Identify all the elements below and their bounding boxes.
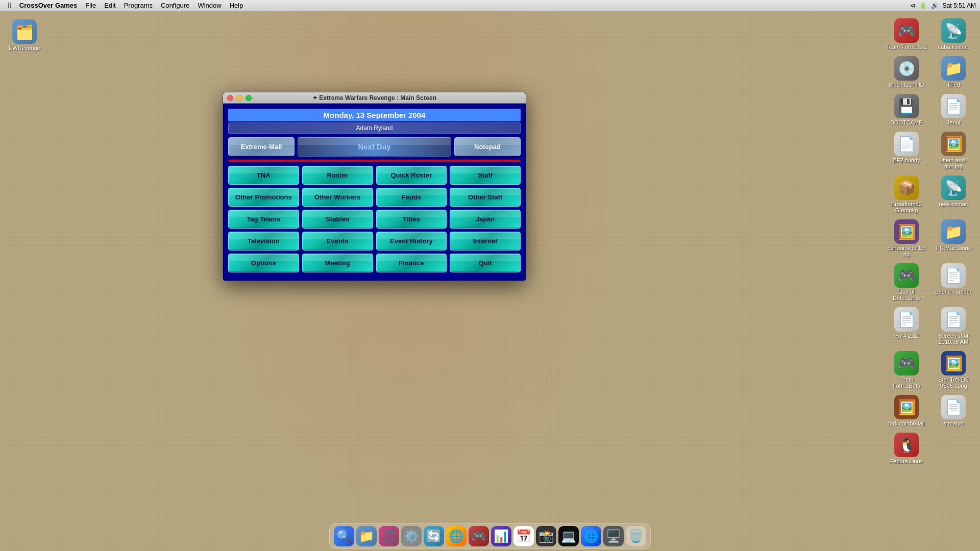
desktop-icon-0[interactable]: 🎮 Team Fortress 2 xyxy=(886,18,927,50)
titles-button[interactable]: Titles xyxy=(376,210,447,229)
window-title-icon: ✦ xyxy=(312,94,319,102)
red-separator xyxy=(228,160,521,162)
desktop-icon-5[interactable]: 📄 Jenni xyxy=(933,94,974,126)
notepad-button[interactable]: Notepad xyxy=(454,137,521,156)
desktop-icon-17[interactable]: 🖼️ Star TrekDS 9S06...png xyxy=(933,351,974,389)
window-content: Monday, 13 September 2004 Adam Ryland Ex… xyxy=(223,104,526,281)
desktop-icon-14[interactable]: 📄 ewr4 2.12 xyxy=(886,307,927,345)
menu-edit[interactable]: Edit xyxy=(100,0,119,11)
dock-settings[interactable]: ⚙️ xyxy=(401,526,422,546)
dock-game[interactable]: 🎮 xyxy=(469,526,489,546)
desktop-icon-20[interactable]: 🐧 Fedora Linux xyxy=(886,433,927,464)
menubar-time: Sat 5:51 AM xyxy=(943,2,976,9)
user-header: Adam Ryland xyxy=(228,122,521,134)
desktop-icon-16[interactable]: 🎮 Team Fortr...Beta xyxy=(886,351,927,389)
window-title: ✦ Extreme Warfare Revenge : Main Screen xyxy=(312,94,436,102)
desktop-icon-ewrevenge[interactable]: 🗂️ EWRevenge xyxy=(4,19,45,51)
dock-monitor[interactable]: 🖥️ xyxy=(603,526,624,546)
menu-window[interactable]: Window xyxy=(193,0,225,11)
desktop-icon-13[interactable]: 📄 phone number xyxy=(933,263,974,301)
tna-button[interactable]: TNA xyxy=(228,166,299,185)
options-button[interactable]: Options xyxy=(228,254,299,272)
desktop-icon-ewrevenge-label: EWRevenge xyxy=(9,45,40,51)
desktop-icon-15[interactable]: 📄 Screen shot 2010...8 AM xyxy=(933,307,974,345)
events-button[interactable]: Events xyxy=(302,232,373,251)
button-grid-row2: Other Promotions Other Workers Feuds Oth… xyxy=(228,188,521,207)
date-header: Monday, 13 September 2004 xyxy=(228,109,521,121)
desktop-icon-7[interactable]: 🖼️ kitten-and-gun.jpg xyxy=(933,132,974,169)
desktop-icon-3[interactable]: 📁 TFed xyxy=(933,56,974,88)
dock-browser[interactable]: 🌐 xyxy=(581,526,601,546)
menubar-battery: 🔋 xyxy=(919,2,927,9)
menu-programs[interactable]: Programs xyxy=(120,0,157,11)
extreme-mail-button[interactable]: Extreme-Mail xyxy=(228,137,295,156)
menu-file[interactable]: File xyxy=(81,0,100,11)
meeting-button[interactable]: Meeting xyxy=(302,254,373,272)
window-minimize-button[interactable] xyxy=(236,95,242,101)
button-grid-row3: Tag Teams Stables Titles Japan xyxy=(228,210,521,229)
apple-menu[interactable]:  xyxy=(4,0,15,11)
menubar:  CrossOver Games File Edit Programs Con… xyxy=(0,0,980,11)
app-window: ✦ Extreme Warfare Revenge : Main Screen … xyxy=(223,92,526,281)
japan-button[interactable]: Japan xyxy=(450,210,521,229)
desktop-icon-6[interactable]: 📄 BF2 buddy xyxy=(886,132,927,169)
feuds-button[interactable]: Feuds xyxy=(376,188,447,207)
desktop-icons-left: 🗂️ EWRevenge xyxy=(4,15,45,51)
event-history-button[interactable]: Event History xyxy=(376,232,447,251)
desktop-icon-1[interactable]: 📡 haha.kismac xyxy=(933,18,974,50)
menubar-right: ⊲ 🔋 🔊 Sat 5:51 AM xyxy=(910,2,976,9)
desktop-icon-12[interactable]: 🎮 Day of Defe...urce xyxy=(886,263,927,301)
desktop-icon-8[interactable]: 📦 Broadband2 G.ompkg xyxy=(886,176,927,213)
desktop-icon-19[interactable]: 📄 stmarys xyxy=(933,395,974,427)
other-workers-button[interactable]: Other Workers xyxy=(302,188,373,207)
desktop-icon-9[interactable]: 📡 new.kismac xyxy=(933,176,974,213)
television-button[interactable]: Television xyxy=(228,232,299,251)
desktop-icon-10[interactable]: 🖼️ cartoonsigel1.png xyxy=(886,219,927,257)
desktop-icon-18[interactable]: 🖼️ fark combo fall xyxy=(886,395,927,427)
dock-finder[interactable]: 🔍 xyxy=(334,526,354,546)
menu-crossover[interactable]: CrossOver Games xyxy=(15,0,81,11)
dock: 🔍 📁 🎵 ⚙️ 🔄 🌐 🎮 📊 📅 📸 💻 🌐 🖥️ 🗑️ xyxy=(329,523,651,549)
dock-calendar[interactable]: 📅 xyxy=(513,526,534,546)
window-close-button[interactable] xyxy=(227,95,233,101)
button-grid-row1: TNA Roster Quick Roster Staff xyxy=(228,166,521,185)
dock-trash[interactable]: 🗑️ xyxy=(626,526,646,546)
internet-button[interactable]: Internet xyxy=(450,232,521,251)
dock-folder[interactable]: 📁 xyxy=(356,526,377,546)
dock-chrome[interactable]: 🌐 xyxy=(446,526,467,546)
dock-itunes[interactable]: 🎵 xyxy=(379,526,399,546)
quick-roster-button[interactable]: Quick Roster xyxy=(376,166,447,185)
dock-sync[interactable]: 🔄 xyxy=(424,526,444,546)
menu-help[interactable]: Help xyxy=(226,0,248,11)
quit-button[interactable]: Quit xyxy=(450,254,521,272)
tag-teams-button[interactable]: Tag Teams xyxy=(228,210,299,229)
desktop-icon-11[interactable]: 📁 PC Mac Linux xyxy=(933,219,974,257)
top-buttons-row: Extreme-Mail Next Day Notepad xyxy=(228,137,521,157)
dock-camera[interactable]: 📸 xyxy=(536,526,556,546)
other-staff-button[interactable]: Other Staff xyxy=(450,188,521,207)
button-grid-row4: Television Events Event History Internet xyxy=(228,232,521,251)
desktop-icons-right: 🎮 Team Fortress 2 📡 haha.kismac 💿 Macint… xyxy=(883,15,977,467)
dock-terminal[interactable]: 💻 xyxy=(558,526,579,546)
desktop-icon-4[interactable]: 💾 BOOTCAMP xyxy=(886,94,927,126)
stables-button[interactable]: Stables xyxy=(302,210,373,229)
menubar-wifi: ⊲ xyxy=(910,2,915,9)
menubar-volume: 🔊 xyxy=(931,2,939,9)
finance-button[interactable]: Finance xyxy=(376,254,447,272)
desktop-icon-2[interactable]: 💿 Macintosh HD xyxy=(886,56,927,88)
dock-stats[interactable]: 📊 xyxy=(491,526,511,546)
other-promotions-button[interactable]: Other Promotions xyxy=(228,188,299,207)
next-day-button[interactable]: Next Day xyxy=(298,137,451,157)
staff-button[interactable]: Staff xyxy=(450,166,521,185)
button-grid-row5: Options Meeting Finance Quit xyxy=(228,254,521,272)
roster-button[interactable]: Roster xyxy=(302,166,373,185)
window-titlebar: ✦ Extreme Warfare Revenge : Main Screen xyxy=(223,92,526,104)
window-maximize-button[interactable] xyxy=(246,95,252,101)
menu-configure[interactable]: Configure xyxy=(157,0,193,11)
